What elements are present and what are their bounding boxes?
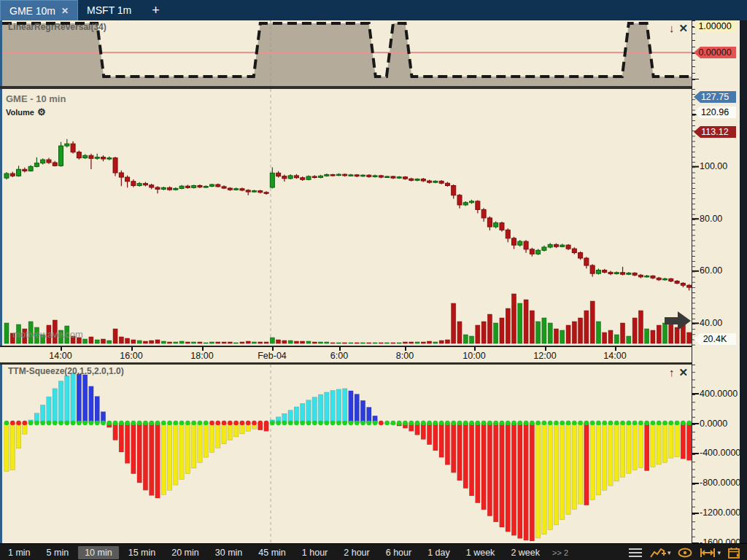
timeframe-button-5-min[interactable]: 5 min	[40, 546, 76, 559]
ttm-axis-label: 0.0000	[700, 419, 727, 429]
calendar-icon[interactable]	[728, 547, 741, 559]
ttm-axis-label: -800.0000	[700, 478, 740, 488]
chart-window: GME 10m ✕ MSFT 1m + LinearRegrReversal(3…	[0, 0, 747, 560]
timeframe-button-10-min[interactable]: 10 min	[78, 546, 119, 559]
move-panel-up-icon[interactable]: ↑	[669, 366, 675, 379]
time-tick-label: 10:00	[462, 351, 485, 361]
ttm-axis-label: -1200.0000	[700, 508, 746, 518]
time-tick-label: 14:00	[49, 351, 71, 361]
price-axis-label: 80.00	[700, 214, 722, 224]
timeframe-button-30-min[interactable]: 30 min	[209, 546, 249, 559]
timeframe-button-1-day[interactable]: 1 day	[421, 546, 457, 559]
tab-label: GME 10m	[9, 5, 55, 17]
panel-title: LinearRegrReversal(34)	[8, 22, 107, 32]
axis-tick-marks	[692, 89, 699, 346]
price-tag: 20.4K	[694, 333, 736, 345]
time-tick-label: 12:00	[533, 351, 556, 361]
tab-msft-1m[interactable]: MSFT 1m	[78, 0, 140, 20]
volume-bars	[4, 294, 692, 343]
close-panel-icon[interactable]: ✕	[678, 22, 688, 35]
timeframe-button-45-min[interactable]: 45 min	[252, 546, 293, 559]
volume-study-label: Volume	[6, 108, 34, 117]
new-tab-button[interactable]: +	[140, 0, 171, 20]
tab-close-icon[interactable]: ✕	[61, 6, 69, 16]
chart-title: GME - 10 min	[6, 93, 66, 104]
candlestick-plot: motivewave.com	[2, 89, 692, 346]
timeframe-button-1-hour[interactable]: 1 hour	[295, 546, 334, 559]
timeframe-button-6-hour[interactable]: 6 hour	[379, 546, 418, 559]
ttm-axis-label: -400.0000	[700, 448, 740, 458]
panel-title: TTM-Squeeze(20,1.5,2.0,1.0)	[8, 366, 124, 376]
price-tag: 127.75	[694, 91, 736, 103]
add-study-icon[interactable]: ▾	[650, 547, 671, 559]
watermark: motivewave.com	[12, 329, 83, 340]
tab-bar: GME 10m ✕ MSFT 1m +	[0, 0, 747, 21]
gear-icon[interactable]: ⚙	[37, 106, 46, 117]
volume-study-row: Volume ⚙	[6, 106, 46, 117]
price-axis-label: 40.00	[700, 318, 722, 328]
move-panel-down-icon[interactable]: ↓	[669, 22, 675, 35]
toolbar-right-icons: ▾ ▾	[628, 547, 747, 559]
time-tick-label: 8:00	[396, 351, 414, 361]
timeframe-button-15-min[interactable]: 15 min	[122, 546, 163, 559]
time-tick-label: 14:00	[603, 351, 626, 361]
ttm-axis-label: 400.0000	[700, 389, 738, 399]
timeframe-button-2-hour[interactable]: 2 hour	[337, 546, 376, 559]
caret-down-icon: ▾	[717, 549, 721, 556]
window-edge-strip	[740, 20, 747, 543]
price-tag: 0.00000	[694, 47, 736, 58]
price-axis[interactable]: 100.0080.0060.0040.00400.00000.0000-400.…	[692, 20, 740, 543]
price-tag: 113.12	[694, 126, 736, 138]
price-tag: 1.00000	[694, 20, 736, 32]
timeframe-button-1-min[interactable]: 1 min	[1, 546, 37, 559]
tab-label: MSFT 1m	[87, 4, 131, 16]
momentum-histogram	[4, 373, 692, 541]
candles	[4, 139, 692, 291]
timeframe-button-2-week[interactable]: 2 week	[504, 546, 546, 559]
pan-right-arrow-icon	[665, 311, 691, 330]
ttm-squeeze-plot	[2, 365, 692, 543]
ttm-squeeze-panel: TTM-Squeeze(20,1.5,2.0,1.0) ↑ ✕	[0, 365, 694, 543]
tab-gme-10m[interactable]: GME 10m ✕	[0, 0, 78, 20]
timeframe-buttons: 1 min5 min10 min15 min20 min30 min45 min…	[0, 546, 548, 559]
time-axis[interactable]: 14:0016:0018:00Feb-046:008:0010:0012:001…	[0, 346, 740, 364]
timeframe-button-1-week[interactable]: 1 week	[460, 546, 502, 559]
price-tag: 120.96	[694, 106, 736, 118]
caret-down-icon: ▾	[667, 549, 671, 556]
timeframe-button-20-min[interactable]: 20 min	[165, 546, 206, 559]
menu-icon[interactable]	[628, 548, 643, 558]
bar-spacing-icon[interactable]: ▾	[700, 548, 721, 558]
more-timeframes-button[interactable]: >> 2	[552, 548, 568, 557]
time-tick-label: 16:00	[120, 351, 142, 361]
price-chart-panel[interactable]: motivewave.com	[0, 89, 694, 346]
bottom-toolbar: 1 min5 min10 min15 min20 min30 min45 min…	[0, 543, 747, 560]
close-panel-icon[interactable]: ✕	[678, 366, 688, 379]
linear-regr-reversal-panel: LinearRegrReversal(34) ↓ ✕	[0, 20, 694, 86]
axis-tick-marks	[692, 365, 699, 543]
visibility-eye-icon[interactable]	[678, 548, 692, 558]
price-axis-label: 60.00	[700, 265, 722, 276]
time-tick-label: 6:00	[330, 351, 348, 361]
price-axis-label: 100.00	[700, 161, 727, 171]
time-tick-label: 18:00	[190, 351, 213, 361]
time-tick-label: Feb-04	[258, 351, 287, 361]
